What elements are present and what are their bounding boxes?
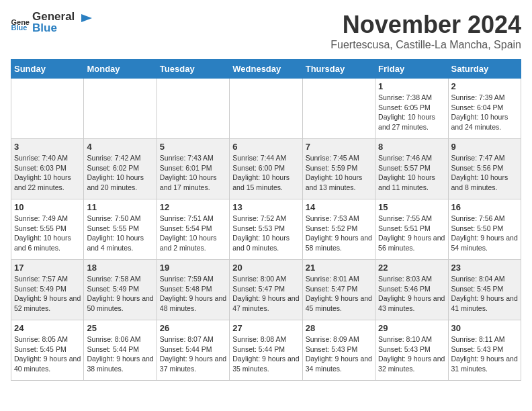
calendar-cell: 10Sunrise: 7:49 AMSunset: 5:55 PMDayligh… xyxy=(11,199,84,260)
day-detail: Sunrise: 7:42 AMSunset: 6:02 PMDaylight:… xyxy=(87,153,153,193)
day-detail: Sunrise: 7:56 AMSunset: 5:50 PMDaylight:… xyxy=(451,214,518,253)
calendar-cell: 21Sunrise: 8:01 AMSunset: 5:47 PMDayligh… xyxy=(302,260,375,320)
calendar-cell xyxy=(157,79,229,139)
calendar-cell: 7Sunrise: 7:45 AMSunset: 5:59 PMDaylight… xyxy=(302,139,375,199)
calendar-week-1: 1Sunrise: 7:38 AMSunset: 6:05 PMDaylight… xyxy=(11,79,521,139)
day-number: 9 xyxy=(451,142,518,152)
day-number: 16 xyxy=(451,202,518,212)
day-detail: Sunrise: 8:01 AMSunset: 5:47 PMDaylight:… xyxy=(306,274,372,314)
day-number: 20 xyxy=(232,263,299,273)
day-detail: Sunrise: 7:43 AMSunset: 6:01 PMDaylight:… xyxy=(160,153,226,193)
calendar-cell xyxy=(302,79,375,139)
calendar-cell: 25Sunrise: 8:06 AMSunset: 5:44 PMDayligh… xyxy=(84,320,157,381)
day-number: 25 xyxy=(87,323,153,333)
svg-text:Blue: Blue xyxy=(11,24,27,30)
day-detail: Sunrise: 8:03 AMSunset: 5:46 PMDaylight:… xyxy=(378,274,445,314)
page-header: General Blue General Blue November 2024 … xyxy=(11,11,521,51)
weekday-header-saturday: Saturday xyxy=(448,60,521,79)
calendar-cell: 13Sunrise: 7:52 AMSunset: 5:53 PMDayligh… xyxy=(230,199,302,260)
day-number: 26 xyxy=(160,323,226,333)
day-number: 2 xyxy=(451,81,518,91)
weekday-header-row: SundayMondayTuesdayWednesdayThursdayFrid… xyxy=(11,60,521,79)
calendar-week-4: 17Sunrise: 7:57 AMSunset: 5:49 PMDayligh… xyxy=(11,260,521,320)
calendar-cell: 29Sunrise: 8:10 AMSunset: 5:43 PMDayligh… xyxy=(375,320,448,381)
calendar-cell: 23Sunrise: 8:04 AMSunset: 5:45 PMDayligh… xyxy=(448,260,521,320)
calendar-cell: 24Sunrise: 8:05 AMSunset: 5:45 PMDayligh… xyxy=(11,320,84,381)
day-number: 30 xyxy=(451,323,518,333)
calendar-cell: 22Sunrise: 8:03 AMSunset: 5:46 PMDayligh… xyxy=(375,260,448,320)
day-detail: Sunrise: 7:52 AMSunset: 5:53 PMDaylight:… xyxy=(232,214,299,253)
weekday-header-wednesday: Wednesday xyxy=(230,60,302,79)
day-detail: Sunrise: 7:46 AMSunset: 5:57 PMDaylight:… xyxy=(378,153,445,193)
day-detail: Sunrise: 8:09 AMSunset: 5:43 PMDaylight:… xyxy=(306,334,372,374)
calendar-cell: 3Sunrise: 7:40 AMSunset: 6:03 PMDaylight… xyxy=(11,139,84,199)
general-blue-logo-icon: General Blue xyxy=(11,15,30,30)
day-detail: Sunrise: 8:08 AMSunset: 5:44 PMDaylight:… xyxy=(232,334,299,374)
svg-marker-2 xyxy=(81,14,92,22)
day-detail: Sunrise: 7:47 AMSunset: 5:56 PMDaylight:… xyxy=(451,153,518,193)
day-number: 4 xyxy=(87,142,153,152)
weekday-header-thursday: Thursday xyxy=(302,60,375,79)
day-detail: Sunrise: 7:51 AMSunset: 5:54 PMDaylight:… xyxy=(160,214,226,253)
calendar-cell: 16Sunrise: 7:56 AMSunset: 5:50 PMDayligh… xyxy=(448,199,521,260)
logo: General Blue General Blue xyxy=(11,11,93,34)
day-detail: Sunrise: 8:11 AMSunset: 5:43 PMDaylight:… xyxy=(451,334,518,374)
calendar-week-5: 24Sunrise: 8:05 AMSunset: 5:45 PMDayligh… xyxy=(11,320,521,381)
day-number: 19 xyxy=(160,263,226,273)
day-detail: Sunrise: 7:57 AMSunset: 5:49 PMDaylight:… xyxy=(14,274,81,314)
calendar-cell: 5Sunrise: 7:43 AMSunset: 6:01 PMDaylight… xyxy=(157,139,229,199)
calendar-cell: 19Sunrise: 7:59 AMSunset: 5:48 PMDayligh… xyxy=(157,260,229,320)
calendar-cell: 26Sunrise: 8:07 AMSunset: 5:44 PMDayligh… xyxy=(157,320,229,381)
calendar-cell xyxy=(84,79,157,139)
calendar-cell: 17Sunrise: 7:57 AMSunset: 5:49 PMDayligh… xyxy=(11,260,84,320)
day-detail: Sunrise: 7:58 AMSunset: 5:49 PMDaylight:… xyxy=(87,274,153,314)
day-number: 18 xyxy=(87,263,153,273)
day-detail: Sunrise: 7:40 AMSunset: 6:03 PMDaylight:… xyxy=(14,153,81,193)
calendar-cell: 6Sunrise: 7:44 AMSunset: 6:00 PMDaylight… xyxy=(230,139,302,199)
day-number: 10 xyxy=(14,202,81,212)
day-number: 27 xyxy=(232,323,299,333)
calendar-week-2: 3Sunrise: 7:40 AMSunset: 6:03 PMDaylight… xyxy=(11,139,521,199)
day-number: 1 xyxy=(378,81,445,91)
day-number: 24 xyxy=(14,323,81,333)
day-number: 14 xyxy=(306,202,372,212)
calendar-cell: 28Sunrise: 8:09 AMSunset: 5:43 PMDayligh… xyxy=(302,320,375,381)
day-detail: Sunrise: 7:44 AMSunset: 6:00 PMDaylight:… xyxy=(232,153,299,193)
calendar-cell: 18Sunrise: 7:58 AMSunset: 5:49 PMDayligh… xyxy=(84,260,157,320)
weekday-header-friday: Friday xyxy=(375,60,448,79)
day-detail: Sunrise: 7:45 AMSunset: 5:59 PMDaylight:… xyxy=(306,153,372,193)
calendar-week-3: 10Sunrise: 7:49 AMSunset: 5:55 PMDayligh… xyxy=(11,199,521,260)
calendar-table: SundayMondayTuesdayWednesdayThursdayFrid… xyxy=(11,59,521,381)
day-detail: Sunrise: 8:10 AMSunset: 5:43 PMDaylight:… xyxy=(378,334,445,374)
day-detail: Sunrise: 7:53 AMSunset: 5:52 PMDaylight:… xyxy=(306,214,372,253)
day-number: 22 xyxy=(378,263,445,273)
day-number: 6 xyxy=(232,142,299,152)
day-detail: Sunrise: 8:00 AMSunset: 5:47 PMDaylight:… xyxy=(232,274,299,314)
day-number: 8 xyxy=(378,142,445,152)
calendar-cell: 20Sunrise: 8:00 AMSunset: 5:47 PMDayligh… xyxy=(230,260,302,320)
day-number: 12 xyxy=(160,202,226,212)
calendar-cell: 12Sunrise: 7:51 AMSunset: 5:54 PMDayligh… xyxy=(157,199,229,260)
calendar-cell: 11Sunrise: 7:50 AMSunset: 5:55 PMDayligh… xyxy=(84,199,157,260)
day-number: 29 xyxy=(378,323,445,333)
calendar-cell: 8Sunrise: 7:46 AMSunset: 5:57 PMDaylight… xyxy=(375,139,448,199)
day-detail: Sunrise: 7:55 AMSunset: 5:51 PMDaylight:… xyxy=(378,214,445,253)
calendar-cell xyxy=(11,79,84,139)
day-detail: Sunrise: 8:06 AMSunset: 5:44 PMDaylight:… xyxy=(87,334,153,374)
weekday-header-monday: Monday xyxy=(84,60,157,79)
day-number: 15 xyxy=(378,202,445,212)
location-subtitle: Fuertescusa, Castille-La Mancha, Spain xyxy=(330,39,521,51)
calendar-cell: 27Sunrise: 8:08 AMSunset: 5:44 PMDayligh… xyxy=(230,320,302,381)
calendar-cell: 30Sunrise: 8:11 AMSunset: 5:43 PMDayligh… xyxy=(448,320,521,381)
logo-blue-text: Blue xyxy=(32,22,75,35)
day-number: 28 xyxy=(306,323,372,333)
day-detail: Sunrise: 8:04 AMSunset: 5:45 PMDaylight:… xyxy=(451,274,518,314)
calendar-cell: 2Sunrise: 7:39 AMSunset: 6:04 PMDaylight… xyxy=(448,79,521,139)
calendar-cell: 1Sunrise: 7:38 AMSunset: 6:05 PMDaylight… xyxy=(375,79,448,139)
day-detail: Sunrise: 8:07 AMSunset: 5:44 PMDaylight:… xyxy=(160,334,226,374)
day-detail: Sunrise: 7:49 AMSunset: 5:55 PMDaylight:… xyxy=(14,214,81,253)
calendar-cell: 4Sunrise: 7:42 AMSunset: 6:02 PMDaylight… xyxy=(84,139,157,199)
day-detail: Sunrise: 7:50 AMSunset: 5:55 PMDaylight:… xyxy=(87,214,153,253)
logo-flag-icon xyxy=(79,13,93,28)
weekday-header-sunday: Sunday xyxy=(11,60,84,79)
